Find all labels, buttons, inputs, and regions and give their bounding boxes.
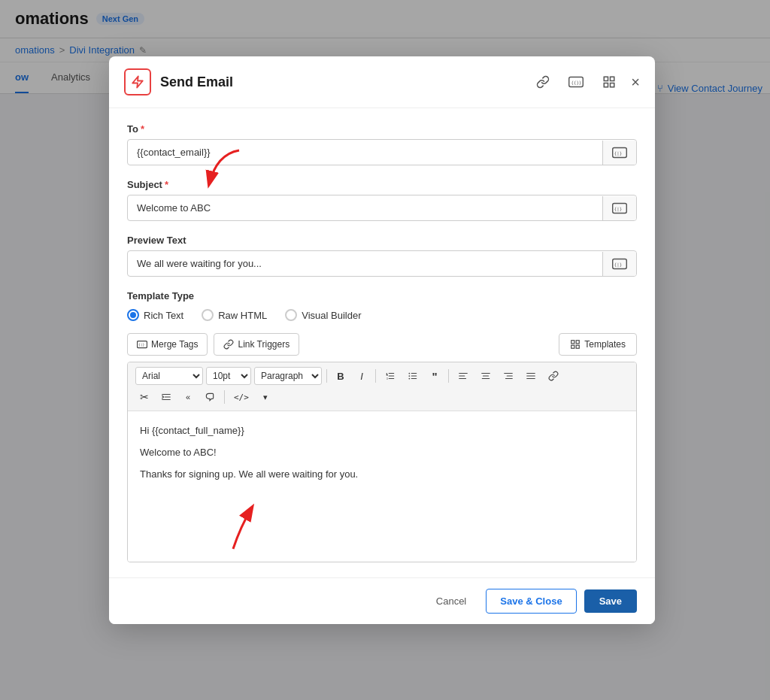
modal-header-actions: {{}} × (532, 71, 640, 93)
to-input[interactable] (128, 140, 602, 165)
bold-button[interactable]: B (332, 367, 350, 385)
subject-merge-tag-button[interactable]: {|} (602, 196, 636, 220)
subject-input-wrapper: {|} (127, 195, 637, 221)
outdent-button[interactable]: « (179, 388, 197, 406)
radio-raw-html[interactable]: Raw HTML (202, 309, 267, 321)
svg-text:{|}: {|} (138, 343, 144, 347)
clear-format-button[interactable]: ✂ (135, 388, 153, 406)
to-label: To * (127, 123, 637, 135)
paragraph-select[interactable]: Paragraph Heading 1 Heading 2 (254, 367, 322, 385)
svg-text:{|}: {|} (614, 206, 622, 211)
merge-tags-button[interactable]: {|} Merge Tags (127, 333, 208, 356)
radio-raw-html-label: Raw HTML (218, 310, 267, 321)
toolbar-divider-1 (326, 369, 327, 383)
align-right-button[interactable] (499, 367, 518, 385)
save-button[interactable]: Save (584, 589, 637, 613)
subject-required-star: * (165, 179, 168, 190)
radio-raw-html-circle (202, 309, 214, 321)
editor-line-3: Thanks for signing up. We all were waiti… (140, 467, 624, 483)
svg-rect-5 (605, 83, 608, 87)
rich-text-editor: Arial Times New Roman Georgia 10pt 8pt 1… (127, 362, 637, 562)
svg-point-28 (408, 378, 410, 380)
modal-title: Send Email (160, 74, 523, 90)
templates-btn-label: Templates (584, 339, 626, 350)
modal-icon-wrapper (124, 68, 151, 95)
align-left-button[interactable] (453, 367, 473, 385)
modal-header: Send Email {{}} (109, 56, 655, 108)
editor-line-1: Hi {{contact_full_name}} (140, 423, 624, 439)
preview-text-field-group: Preview Text {|} (127, 235, 637, 277)
preview-text-label: Preview Text (127, 235, 637, 246)
modal-body: To * {|} Subject * (109, 108, 655, 577)
font-size-select[interactable]: 10pt 8pt 12pt 14pt (206, 367, 251, 385)
preview-text-input[interactable] (128, 251, 602, 276)
subject-label: Subject * (127, 179, 637, 190)
lightning-bolt-icon (131, 75, 144, 89)
code-button[interactable]: </> (229, 388, 253, 406)
merge-tags-header-icon[interactable]: {{}} (565, 71, 587, 93)
editor-toolbar-row: {|} Merge Tags Link Triggers (127, 333, 637, 356)
editor-toolbar-row-2: ✂ « (135, 388, 629, 406)
subject-field-group: Subject * {|} (127, 179, 637, 221)
close-button[interactable]: × (631, 74, 640, 91)
paragraph-btn[interactable] (200, 388, 220, 406)
svg-text:{{}}: {{}} (571, 80, 582, 85)
preview-text-merge-tag-button[interactable]: {|} (602, 252, 636, 276)
svg-rect-17 (571, 345, 574, 348)
editor-link-button[interactable] (544, 367, 563, 385)
to-field-group: To * {|} (127, 123, 637, 165)
to-required-star: * (141, 123, 144, 135)
to-merge-tag-button[interactable]: {|} (602, 141, 636, 165)
link-triggers-btn-label: Link Triggers (238, 339, 290, 350)
align-center-button[interactable] (476, 367, 496, 385)
editor-line-2: Welcome to ABC! (140, 445, 624, 461)
link-triggers-icon (223, 339, 234, 350)
svg-text:3: 3 (387, 377, 388, 380)
merge-tags-icon: {|} (137, 340, 147, 349)
template-type-section: Template Type Rich Text Raw HTML Visual … (127, 290, 637, 321)
radio-rich-text[interactable]: Rich Text (127, 309, 183, 321)
editor-toolbar-row-1: Arial Times New Roman Georgia 10pt 8pt 1… (135, 367, 629, 385)
toolbar-divider-2 (375, 369, 376, 383)
toolbar-divider-4 (224, 390, 225, 404)
radio-visual-builder[interactable]: Visual Builder (285, 309, 361, 321)
svg-text:{|}: {|} (614, 150, 622, 156)
save-close-button[interactable]: Save & Close (486, 589, 576, 614)
editor-content-area[interactable]: Hi {{contact_full_name}} Welcome to ABC!… (128, 411, 636, 562)
svg-marker-0 (132, 77, 143, 88)
svg-rect-3 (605, 77, 608, 80)
unordered-list-button[interactable] (403, 367, 423, 385)
link-triggers-button[interactable]: Link Triggers (214, 333, 299, 356)
merge-tags-btn-label: Merge Tags (151, 339, 198, 350)
svg-point-26 (408, 373, 410, 374)
templates-icon (570, 339, 581, 350)
ordered-list-button[interactable]: 3 (380, 367, 400, 385)
link-icon[interactable] (532, 71, 554, 93)
radio-rich-text-label: Rich Text (144, 310, 183, 321)
svg-rect-15 (571, 341, 574, 344)
send-email-modal: Send Email {{}} (109, 56, 655, 624)
svg-rect-6 (611, 83, 614, 87)
blockquote-button[interactable]: " (426, 367, 444, 385)
editor-formatting-toolbar: Arial Times New Roman Georgia 10pt 8pt 1… (128, 362, 636, 411)
italic-button[interactable]: I (353, 367, 371, 385)
templates-button[interactable]: Templates (559, 333, 637, 356)
svg-text:{|}: {|} (614, 262, 622, 267)
svg-point-27 (408, 375, 410, 377)
cancel-button[interactable]: Cancel (424, 589, 478, 613)
svg-rect-4 (611, 77, 614, 80)
font-select[interactable]: Arial Times New Roman Georgia (135, 367, 203, 385)
modal-footer: Cancel Save & Close Save (109, 577, 655, 624)
svg-rect-18 (576, 345, 579, 348)
template-type-label: Template Type (127, 290, 637, 302)
to-input-wrapper: {|} (127, 139, 637, 165)
radio-visual-builder-circle (285, 309, 297, 321)
align-justify-button[interactable] (521, 367, 541, 385)
grid-icon[interactable] (598, 71, 620, 93)
preview-text-input-wrapper: {|} (127, 250, 637, 277)
indent-list-button[interactable] (156, 388, 176, 406)
template-type-radio-group: Rich Text Raw HTML Visual Builder (127, 309, 637, 321)
subject-input[interactable] (128, 195, 602, 220)
more-options-button[interactable]: ▾ (256, 388, 274, 406)
toolbar-divider-3 (448, 369, 449, 383)
